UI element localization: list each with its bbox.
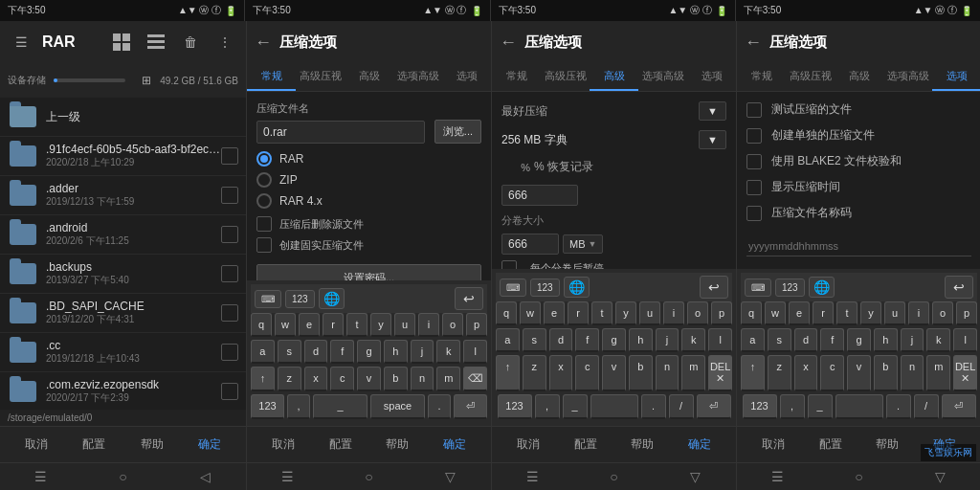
file-item-up[interactable]: 上一级: [0, 98, 246, 137]
kb-underscore-p4[interactable]: _: [808, 394, 833, 419]
tab-adv-p3[interactable]: 高级: [590, 63, 638, 91]
kb-b-p4[interactable]: b: [874, 355, 898, 391]
help-btn-p4[interactable]: 帮助: [868, 433, 906, 457]
kb-s-p4[interactable]: s: [768, 328, 791, 352]
kb-c-p3[interactable]: c: [575, 355, 599, 391]
kb-i[interactable]: i: [418, 313, 439, 337]
home-btn-p1[interactable]: ☰: [32, 467, 51, 486]
list-item[interactable]: .cc 2019/12/18 上午10:43: [0, 333, 246, 372]
kb-e-p3[interactable]: e: [544, 301, 565, 325]
list-item[interactable]: .91fc4ecf-60b5-45cb-aaf3-bf2ec315712d 20…: [0, 137, 246, 176]
kb-a-p4[interactable]: a: [741, 328, 765, 352]
home-btn-p4[interactable]: ☰: [768, 467, 788, 486]
view-toggle-icon[interactable]: ⊞: [133, 67, 160, 94]
kb-dot-p2[interactable]: .: [428, 394, 451, 419]
kb-v-p4[interactable]: v: [847, 355, 871, 391]
kb-enter-key-p2[interactable]: ⏎: [454, 394, 487, 419]
file-checkbox[interactable]: [221, 147, 238, 165]
back-btn-p4[interactable]: ○: [850, 467, 869, 486]
kb-a[interactable]: a: [251, 340, 275, 364]
option-filename-encode[interactable]: 压缩文件名称码: [746, 205, 971, 221]
kb-l-p3[interactable]: l: [708, 328, 732, 352]
kb-e-p4[interactable]: e: [789, 301, 810, 325]
kb-p-p4[interactable]: p: [956, 301, 977, 325]
tab-opts-adv-p4[interactable]: 选项高级: [883, 63, 932, 91]
tab-options[interactable]: 选项: [442, 63, 491, 91]
stop-each-vol-checkbox[interactable]: [501, 260, 517, 269]
kb-t-p3[interactable]: t: [591, 301, 612, 325]
kb-w[interactable]: w: [275, 313, 296, 337]
kb-b-p3[interactable]: b: [629, 355, 653, 391]
kb-keyboard-icon-p4[interactable]: ⌨: [745, 278, 771, 297]
kb-emoji-btn-p2[interactable]: 🌐: [319, 288, 345, 309]
list-item[interactable]: .adder 2019/12/13 下午1:59: [0, 176, 246, 215]
grid-icon-1[interactable]: [108, 29, 135, 56]
kb-v-p3[interactable]: v: [602, 355, 626, 391]
back-arrow-p4[interactable]: ←: [745, 33, 762, 53]
kb-c-p4[interactable]: c: [820, 355, 844, 391]
file-checkbox[interactable]: [221, 226, 238, 243]
tab-general-p3[interactable]: 常规: [492, 63, 541, 91]
help-btn-p2[interactable]: 帮助: [378, 433, 416, 457]
kb-t[interactable]: t: [346, 313, 368, 337]
kb-n-p3[interactable]: n: [656, 355, 679, 391]
kb-z-p3[interactable]: z: [523, 355, 546, 391]
cancel-btn-p4[interactable]: 取消: [754, 433, 792, 457]
kb-n-p4[interactable]: n: [901, 355, 924, 391]
kb-f-p4[interactable]: f: [820, 328, 844, 352]
kb-h-p4[interactable]: h: [874, 328, 898, 352]
kb-k[interactable]: k: [436, 340, 460, 364]
recent-btn-p2[interactable]: ▽: [441, 467, 460, 486]
kb-shift[interactable]: ↑: [251, 367, 275, 391]
kb-comma-p2[interactable]: ,: [287, 394, 310, 419]
confirm-btn-p3[interactable]: 确定: [680, 433, 719, 457]
grid-icon-2[interactable]: [143, 29, 169, 56]
list-item[interactable]: .android 2020/2/6 下午11:25: [0, 215, 246, 255]
kb-k-p3[interactable]: k: [681, 328, 705, 352]
tab-adv-p4[interactable]: 高级: [835, 63, 883, 91]
kb-g-p3[interactable]: g: [602, 328, 626, 352]
cancel-btn-p2[interactable]: 取消: [264, 433, 302, 457]
kb-del-p4[interactable]: DEL ✕: [953, 355, 977, 391]
kb-space-p2[interactable]: _: [313, 394, 368, 419]
cancel-btn-p3[interactable]: 取消: [509, 433, 547, 457]
kb-123-key-p2[interactable]: 123: [251, 394, 284, 419]
kb-j-p3[interactable]: j: [656, 328, 679, 352]
kb-a-p3[interactable]: a: [496, 328, 520, 352]
kb-enter-p3[interactable]: ↩: [700, 276, 728, 299]
back-btn-p1[interactable]: ○: [113, 467, 132, 486]
dict-dropdown[interactable]: ▼: [699, 130, 726, 149]
kb-l[interactable]: l: [463, 340, 487, 364]
help-btn-p3[interactable]: 帮助: [623, 433, 661, 457]
kb-u-p4[interactable]: u: [884, 301, 905, 325]
help-btn-p1[interactable]: 帮助: [133, 433, 171, 457]
kb-i-p3[interactable]: i: [663, 301, 684, 325]
kb-e[interactable]: e: [299, 313, 320, 337]
kb-l-p4[interactable]: l: [953, 328, 977, 352]
timestamp-input[interactable]: [746, 236, 971, 256]
kb-k-p4[interactable]: k: [926, 328, 950, 352]
kb-shift-p3[interactable]: ↑: [496, 355, 520, 391]
tab-advanced[interactable]: 高级: [345, 63, 393, 91]
tab-opts-p4[interactable]: 选项: [932, 63, 980, 91]
kb-q-p3[interactable]: q: [496, 301, 517, 325]
file-checkbox[interactable]: [221, 383, 238, 400]
kb-spacebar-p2[interactable]: space: [370, 394, 425, 419]
list-item[interactable]: .com.ezviz.ezopensdk 2020/2/17 下午2:39: [0, 372, 246, 410]
kb-i-p4[interactable]: i: [908, 301, 929, 325]
kb-r-p4[interactable]: r: [813, 301, 834, 325]
tab-options-adv[interactable]: 选项高级: [393, 63, 442, 91]
kb-u-p3[interactable]: u: [639, 301, 660, 325]
tab-opts-adv-p3[interactable]: 选项高级: [638, 63, 687, 91]
file-checkbox[interactable]: [221, 265, 238, 282]
kb-enter-p2[interactable]: ↩: [455, 287, 483, 310]
kb-z-p4[interactable]: z: [768, 355, 791, 391]
config-btn-p1[interactable]: 配置: [75, 433, 113, 457]
menu-icon[interactable]: ☰: [8, 29, 34, 56]
kb-x-p3[interactable]: x: [549, 355, 573, 391]
kb-b[interactable]: b: [384, 367, 408, 391]
option-show-time[interactable]: 显示压缩时间: [746, 179, 971, 195]
kb-r[interactable]: r: [323, 313, 344, 337]
format-rar[interactable]: RAR: [256, 151, 481, 167]
kb-d-p4[interactable]: d: [794, 328, 818, 352]
